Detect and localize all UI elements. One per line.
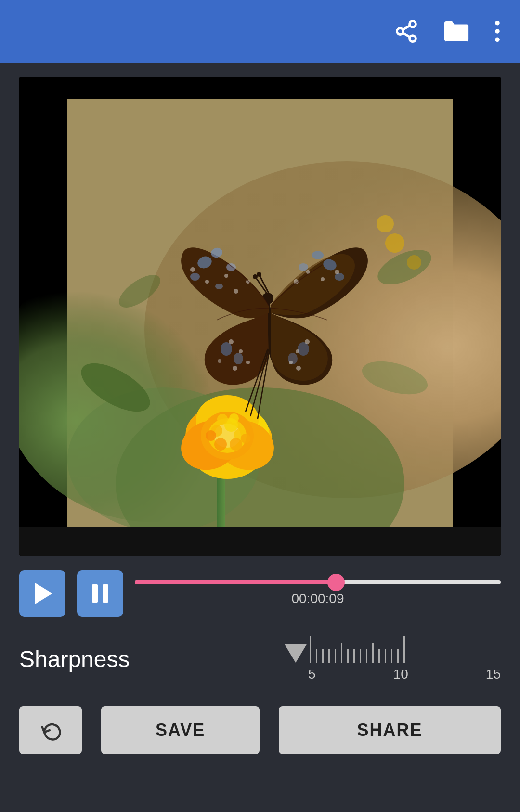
- pause-bar-left: [92, 584, 98, 603]
- pause-bar-right: [103, 584, 108, 603]
- tick-mark: [347, 649, 349, 663]
- ruler-number-15: 15: [486, 667, 501, 682]
- svg-point-7: [495, 38, 500, 42]
- bottom-buttons: SAVE SHARE: [19, 696, 501, 769]
- undo-icon: [38, 718, 63, 743]
- tick-mark: [366, 649, 367, 663]
- tick-mark: [335, 649, 336, 663]
- ruler-ticks-row: [284, 636, 407, 663]
- tick-mark: [360, 649, 361, 663]
- folder-icon-button[interactable]: [442, 19, 471, 44]
- tick-mark: [328, 649, 330, 663]
- svg-rect-85: [67, 99, 453, 527]
- pause-button[interactable]: [77, 570, 123, 617]
- save-button[interactable]: SAVE: [101, 706, 260, 754]
- tick-mark: [391, 649, 392, 663]
- play-icon: [35, 583, 52, 604]
- ruler-number-10: 10: [393, 667, 408, 682]
- tick-mark: [372, 643, 374, 663]
- tick-mark: [353, 649, 355, 663]
- ruler-number-5: 5: [308, 667, 316, 682]
- video-frame: [19, 99, 501, 527]
- tick-mark: [385, 649, 386, 663]
- tick-mark: [310, 636, 311, 663]
- tick-mark: [341, 643, 342, 663]
- ruler-pointer: [284, 644, 307, 663]
- sharpness-ruler[interactable]: 5 10 15: [284, 636, 501, 682]
- tick-mark: [397, 649, 399, 663]
- tick-mark: [322, 649, 324, 663]
- pause-icon: [92, 584, 108, 603]
- progress-fill: [135, 580, 336, 584]
- time-display: 00:00:09: [292, 591, 344, 606]
- video-container: [19, 77, 501, 556]
- share-button[interactable]: SHARE: [279, 706, 501, 754]
- play-button[interactable]: [19, 570, 65, 617]
- tick-mark: [403, 636, 405, 663]
- svg-point-5: [495, 21, 500, 26]
- main-content: 00:00:09 Sharpness: [0, 63, 520, 769]
- tick-mark: [316, 649, 317, 663]
- app-bar: [0, 0, 520, 63]
- butterfly-scene-svg: [19, 99, 501, 527]
- share-icon-button[interactable]: [394, 19, 419, 44]
- ruler-ticks: [307, 636, 407, 663]
- progress-slider-wrapper: 00:00:09: [135, 580, 501, 606]
- svg-line-4: [403, 26, 410, 30]
- undo-button[interactable]: [19, 706, 82, 754]
- tick-mark: [378, 649, 380, 663]
- video-letterbox-bottom: [19, 527, 501, 556]
- share-label: SHARE: [357, 720, 423, 740]
- more-options-icon-button[interactable]: [494, 19, 501, 44]
- video-letterbox-top: [19, 77, 501, 99]
- sharpness-section: Sharpness: [19, 621, 501, 696]
- progress-thumb[interactable]: [327, 574, 345, 591]
- svg-line-3: [403, 33, 410, 37]
- progress-track[interactable]: [135, 580, 501, 584]
- controls-bar: 00:00:09: [19, 556, 501, 621]
- svg-point-6: [495, 29, 500, 34]
- ruler-numbers: 5 10 15: [284, 663, 501, 682]
- sharpness-label: Sharpness: [19, 646, 130, 672]
- save-label: SAVE: [156, 720, 205, 740]
